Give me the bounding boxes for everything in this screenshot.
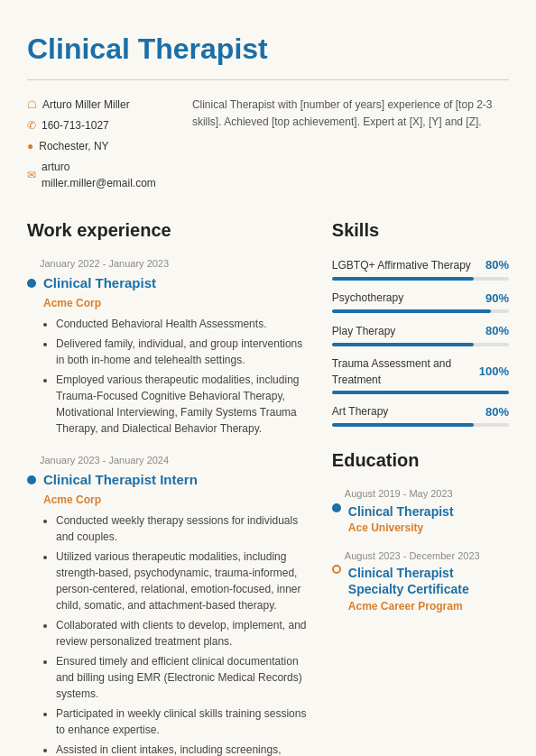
skill-bar-bg-4 bbox=[332, 423, 509, 427]
job-entry-1: January 2022 - January 2023 Clinical The… bbox=[27, 256, 310, 437]
bullet-item: Ensured timely and efficient clinical do… bbox=[56, 653, 310, 702]
phone-icon: ✆ bbox=[27, 117, 36, 134]
edu-title-row-1: Clinical Therapist bbox=[332, 503, 509, 520]
page-title: Clinical Therapist bbox=[27, 27, 509, 70]
company-2: Acme Corp bbox=[43, 492, 310, 508]
skill-bar-fill-2 bbox=[332, 343, 474, 346]
bullet-filled-2 bbox=[27, 475, 36, 484]
edu-bullet-filled-1 bbox=[332, 503, 341, 512]
bullet-item: Utilized various therapeutic modalities,… bbox=[56, 549, 310, 613]
work-experience-title: Work experience bbox=[27, 217, 310, 244]
bullet-item: Employed various therapeutic modalities,… bbox=[56, 372, 310, 437]
job-title-row-2: Clinical Therapist Intern bbox=[27, 470, 310, 491]
main-content: Work experience January 2022 - January 2… bbox=[27, 217, 509, 756]
bullet-item: Delivered family, individual, and group … bbox=[56, 336, 310, 368]
edu-school-1: Ace University bbox=[348, 520, 509, 536]
job-bullets-2: Conducted weekly therapy sessions for in… bbox=[43, 512, 310, 756]
job-title-1: Clinical Therapist bbox=[43, 273, 156, 294]
skill-bar-bg-2 bbox=[332, 343, 509, 346]
contact-left: ☖ Arturo Miller Miller ✆ 160-713-1027 ● … bbox=[27, 97, 156, 191]
bullet-item: Collaborated with clients to develop, im… bbox=[56, 617, 310, 650]
skill-label-4: Art Therapy bbox=[332, 403, 388, 419]
skill-pct-2: 80% bbox=[485, 322, 509, 340]
company-1: Acme Corp bbox=[43, 295, 310, 311]
bullet-item: Conducted Behavioral Health Assessments. bbox=[56, 316, 310, 332]
contact-phone: 160-713-1027 bbox=[42, 117, 109, 134]
skill-trauma: Trauma Assessment and Treatment 100% bbox=[332, 355, 509, 394]
edu-date-1: August 2019 - May 2023 bbox=[345, 486, 509, 502]
skill-pct-3: 100% bbox=[479, 363, 509, 381]
skill-bar-bg-0 bbox=[332, 277, 509, 281]
edu-bullet-outline-2 bbox=[332, 565, 341, 574]
job-title-row-1: Clinical Therapist bbox=[27, 273, 310, 294]
contact-email: arturomiller.miller@email.com bbox=[42, 159, 156, 191]
skill-pct-1: 90% bbox=[485, 290, 509, 308]
skill-bar-fill-4 bbox=[332, 423, 474, 427]
bullet-filled-1 bbox=[27, 279, 36, 288]
skill-bar-bg-1 bbox=[332, 309, 509, 313]
job-title-2: Clinical Therapist Intern bbox=[43, 470, 198, 491]
edu-title-2: Clinical Therapist Specialty Certificate bbox=[348, 565, 509, 597]
header-divider bbox=[27, 79, 509, 80]
job-entry-2: January 2023 - January 2024 Clinical The… bbox=[27, 453, 310, 756]
summary-text: Clinical Therapist with [number of years… bbox=[192, 97, 509, 191]
contact-name-item: ☖ Arturo Miller Miller bbox=[27, 97, 156, 113]
skill-bar-fill-0 bbox=[332, 277, 474, 281]
skill-bar-fill-3 bbox=[332, 391, 509, 394]
contact-location: Rochester, NY bbox=[39, 138, 108, 154]
skill-label-3: Trauma Assessment and Treatment bbox=[332, 355, 479, 388]
edu-entry-1: August 2019 - May 2023 Clinical Therapis… bbox=[332, 486, 509, 536]
skill-psychotherapy: Psychotherapy 90% bbox=[332, 290, 509, 314]
bullet-item: Conducted weekly therapy sessions for in… bbox=[56, 512, 310, 545]
edu-title-row-2: Clinical Therapist Specialty Certificate bbox=[332, 565, 509, 597]
right-col: Skills LGBTQ+ Affirmative Therapy 80% Ps… bbox=[332, 217, 509, 756]
skill-lgbtq: LGBTQ+ Affirmative Therapy 80% bbox=[332, 256, 509, 281]
work-experience-col: Work experience January 2022 - January 2… bbox=[27, 217, 310, 756]
contact-location-item: ● Rochester, NY bbox=[27, 138, 156, 154]
email-icon: ✉ bbox=[27, 167, 36, 183]
job-date-2: January 2023 - January 2024 bbox=[40, 453, 310, 468]
bullet-item: Assisted in client intakes, including sc… bbox=[56, 742, 310, 756]
edu-entry-2: August 2023 - December 2023 Clinical The… bbox=[332, 549, 509, 614]
job-date-1: January 2022 - January 2023 bbox=[40, 256, 310, 272]
skill-label-1: Psychotherapy bbox=[332, 290, 403, 306]
contact-name: Arturo Miller Miller bbox=[42, 97, 130, 113]
skills-title: Skills bbox=[332, 217, 509, 244]
skill-bar-bg-3 bbox=[332, 391, 509, 394]
contact-phone-item: ✆ 160-713-1027 bbox=[27, 117, 156, 134]
skill-label-2: Play Therapy bbox=[332, 323, 395, 339]
location-icon: ● bbox=[27, 138, 33, 154]
contact-section: ☖ Arturo Miller Miller ✆ 160-713-1027 ● … bbox=[27, 97, 509, 191]
person-icon: ☖ bbox=[27, 97, 37, 113]
edu-date-2: August 2023 - December 2023 bbox=[345, 549, 509, 564]
skill-art-therapy: Art Therapy 80% bbox=[332, 403, 509, 428]
edu-title-1: Clinical Therapist bbox=[348, 503, 454, 520]
education-title: Education bbox=[332, 447, 509, 474]
contact-email-item: ✉ arturomiller.miller@email.com bbox=[27, 159, 156, 191]
bullet-item: Participated in weekly clinical skills t… bbox=[56, 705, 310, 738]
skill-label-0: LGBTQ+ Affirmative Therapy bbox=[332, 257, 471, 273]
edu-school-2: Acme Career Program bbox=[348, 598, 509, 614]
skill-pct-0: 80% bbox=[485, 256, 509, 274]
skill-play-therapy: Play Therapy 80% bbox=[332, 322, 509, 346]
skill-pct-4: 80% bbox=[485, 403, 509, 421]
job-bullets-1: Conducted Behavioral Health Assessments.… bbox=[43, 316, 310, 437]
skill-bar-fill-1 bbox=[332, 309, 492, 313]
